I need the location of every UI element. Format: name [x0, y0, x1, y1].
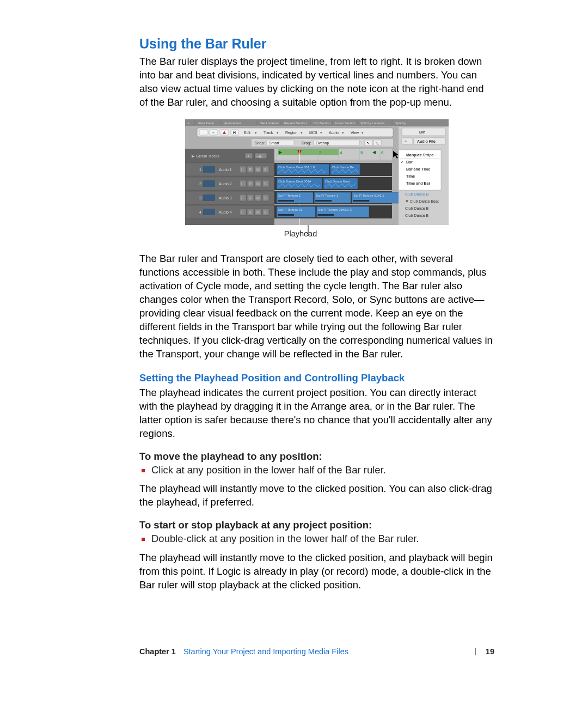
svg-text:5: 5 — [360, 150, 363, 155]
svg-text:Audio 4: Audio 4 — [219, 210, 232, 214]
instruction-follow-1: The playhead will instantly move to the … — [139, 482, 494, 509]
svg-text:Marquee Stripe: Marquee Stripe — [406, 153, 434, 157]
chapter-label: Chapter 1 — [139, 647, 176, 656]
svg-text:Sci Fi Texture 01#2.1 ⊙: Sci Fi Texture 01#2.1 ⊙ — [318, 208, 352, 211]
svg-text:MIDI: MIDI — [309, 131, 317, 135]
svg-rect-124 — [315, 200, 332, 202]
instruction-title-2: To start or stop playback at any project… — [139, 519, 494, 531]
svg-text:Sci Fi Texture 01: Sci Fi Texture 01 — [278, 208, 303, 211]
page-number: 19 — [486, 647, 494, 656]
svg-text:I: I — [241, 168, 242, 172]
svg-text:Insert Section: Insert Section — [335, 121, 356, 125]
intro-paragraph: The Bar ruler displays the project timel… — [139, 55, 494, 109]
svg-text:+▦: +▦ — [256, 155, 262, 158]
svg-text:Region: Region — [285, 131, 297, 135]
svg-text:▼ Club Dance Beat: ▼ Club Dance Beat — [405, 199, 439, 203]
svg-text:M: M — [256, 182, 260, 186]
svg-rect-76 — [240, 166, 246, 173]
svg-text:3: 3 — [319, 150, 322, 155]
chapter-title: Starting Your Project and Importing Medi… — [183, 647, 465, 656]
page-footer: Chapter 1 Starting Your Project and Impo… — [139, 647, 494, 656]
svg-text:▾: ▾ — [277, 131, 279, 135]
svg-rect-133 — [203, 209, 215, 215]
svg-text:Club Dance Be: Club Dance Be — [332, 166, 354, 169]
svg-rect-149 — [317, 214, 334, 216]
svg-text:Audio File: Audio File — [417, 139, 436, 143]
svg-rect-93 — [240, 180, 246, 187]
bar-ruler-screenshot: ts Auto ZoomAutomationSet LocatorsRepeat… — [185, 119, 449, 225]
svg-rect-146 — [278, 214, 294, 216]
svg-rect-54 — [278, 149, 339, 155]
svg-rect-108 — [203, 194, 215, 201]
svg-text:I: I — [241, 196, 242, 200]
svg-text:✓: ✓ — [401, 160, 404, 164]
svg-text:Automation: Automation — [224, 121, 241, 125]
svg-text:4: 4 — [199, 210, 201, 214]
svg-text:▾: ▾ — [342, 131, 344, 135]
svg-text:R: R — [249, 210, 252, 214]
svg-text:6: 6 — [381, 150, 384, 155]
svg-text:I: I — [241, 210, 242, 214]
svg-text:View: View — [351, 131, 359, 135]
svg-text:Sci Fi Texture 1: Sci Fi Texture 1 — [278, 194, 301, 197]
instruction-title-1: To move the playhead to any position: — [139, 451, 494, 462]
svg-text:Club Dance B: Club Dance B — [405, 192, 429, 196]
svg-text:Club Dance Beat: Club Dance Beat — [325, 180, 350, 183]
svg-text:Bar: Bar — [406, 160, 413, 164]
svg-text:▾: ▾ — [255, 131, 257, 135]
paragraph-playhead: The playhead indicates the current proje… — [139, 386, 494, 441]
svg-text:M: M — [256, 196, 260, 200]
svg-text:Audio 2: Audio 2 — [219, 182, 232, 186]
svg-rect-153 — [402, 138, 413, 144]
svg-text:M: M — [256, 168, 260, 172]
svg-text:Auto Zoom: Auto Zoom — [198, 121, 214, 125]
paragraph-transport: The Bar ruler and Transport are closely … — [139, 252, 494, 361]
svg-text:Snap:: Snap: — [255, 141, 265, 145]
svg-text:Smart: Smart — [269, 141, 279, 145]
svg-text:Global Tracks: Global Tracks — [196, 154, 219, 158]
svg-text:Set Locators: Set Locators — [260, 121, 279, 125]
svg-rect-121 — [278, 200, 294, 202]
svg-text:▾: ▾ — [362, 131, 364, 135]
svg-text:Time and Bar: Time and Bar — [406, 181, 430, 185]
svg-text:▾: ▾ — [301, 131, 303, 135]
svg-text:Audio: Audio — [329, 131, 339, 135]
svg-text:Bin: Bin — [419, 130, 425, 134]
svg-text:I: I — [241, 182, 242, 186]
svg-text:Edit: Edit — [244, 131, 250, 135]
svg-text:Time: Time — [406, 174, 415, 178]
pointer-icon: ↖ — [366, 141, 370, 145]
svg-text:Club Dance B: Club Dance B — [405, 206, 429, 210]
svg-text:1: 1 — [199, 168, 201, 172]
svg-text:R: R — [249, 182, 252, 186]
chain-icon: ⚭ — [404, 139, 407, 143]
svg-text:▾: ▾ — [320, 131, 322, 135]
instruction-item-2: Double-click at any position in the lowe… — [149, 532, 494, 546]
svg-text:Club Dance Beat 001.1.0: Club Dance Beat 001.1.0 — [278, 166, 315, 169]
svg-text:Sci Fi Texture 01#1.1: Sci Fi Texture 01#1.1 — [353, 194, 384, 197]
svg-text:M: M — [256, 210, 260, 214]
svg-rect-127 — [353, 200, 369, 202]
svg-text:Club Dance Beat 001#: Club Dance Beat 001# — [278, 180, 311, 183]
svg-text:S: S — [264, 168, 267, 172]
svg-text:Sci Fi Texture 1: Sci Fi Texture 1 — [316, 194, 339, 197]
screenshot-caption: Playhead — [123, 229, 478, 238]
svg-text:S: S — [264, 182, 267, 186]
svg-text:Track: Track — [264, 131, 273, 135]
svg-text:Split by: Split by — [395, 121, 406, 125]
svg-rect-110 — [240, 194, 246, 201]
svg-rect-135 — [240, 209, 246, 215]
svg-text:Audio 3: Audio 3 — [219, 196, 232, 200]
svg-rect-91 — [203, 180, 215, 187]
svg-text:◀: ◀ — [372, 150, 376, 155]
svg-text:Split by Locators: Split by Locators — [360, 121, 384, 125]
instruction-follow-2: The playhead will instantly move to the … — [139, 551, 494, 592]
svg-text:Overlap: Overlap — [316, 141, 329, 145]
svg-text:+: + — [247, 154, 250, 159]
svg-rect-74 — [203, 166, 215, 173]
svg-rect-20 — [199, 130, 208, 135]
subsection-heading: Setting the Playhead Position and Contro… — [139, 372, 494, 384]
pencil-icon: ＼ — [375, 141, 379, 145]
svg-text:3: 3 — [199, 196, 201, 200]
svg-text:Cut Section: Cut Section — [314, 121, 330, 125]
